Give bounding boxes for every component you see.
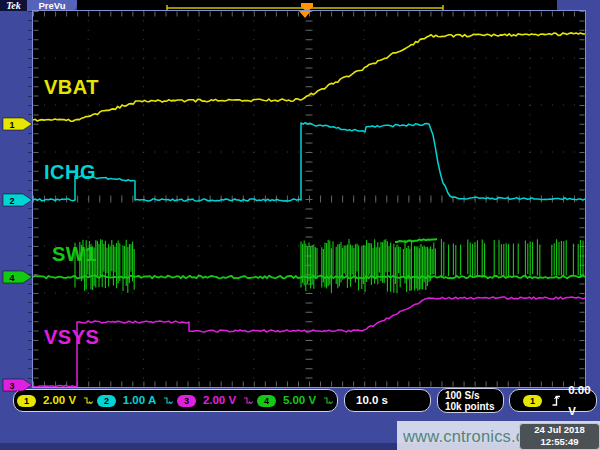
- channel-1-readout: 12.00 V: [17, 390, 97, 411]
- sample-rate: 100 S/s: [445, 390, 503, 401]
- coupling-icon: [243, 395, 254, 407]
- channel-3-badge: 3: [177, 395, 196, 407]
- trigger-slope-icon: [551, 394, 560, 407]
- trigger-source-badge: 1: [523, 395, 542, 407]
- tek-logo: Tek: [0, 0, 27, 11]
- trigger-readout: 1 0.00 V: [509, 389, 597, 412]
- channel-scale-panel: 12.00 V21.00 A32.00 V45.00 V: [13, 389, 338, 412]
- coupling-icon: [83, 395, 94, 407]
- record-length: 10k points: [445, 401, 503, 412]
- scope-header: Tek PreVu: [0, 0, 600, 11]
- channel-1-badge: 1: [17, 395, 36, 407]
- svg-text:4: 4: [9, 273, 14, 283]
- waveform-canvas: [33, 11, 585, 387]
- trigger-position-icon: [299, 11, 311, 18]
- channel-label-sw1: SW1: [52, 244, 97, 264]
- channel-3-scale: 2.00 V: [196, 390, 243, 411]
- graticule: VBATICHGVSYSSW1: [33, 11, 585, 387]
- channel-2-badge: 2: [97, 395, 116, 407]
- svg-text:3: 3: [9, 381, 14, 391]
- time-text: 12:55:49: [520, 436, 599, 448]
- timebase-readout: 10.0 s: [344, 389, 431, 412]
- channel-4-readout: 45.00 V: [257, 390, 337, 411]
- acquisition-mode-tab: PreVu: [27, 0, 77, 11]
- channel-1-scale: 2.00 V: [36, 390, 83, 411]
- channel-3-position-marker: 3: [2, 378, 33, 392]
- oscilloscope-display: Tek PreVu VBATICHGVSYSSW1 12.00 V21.00 A…: [0, 0, 600, 450]
- channel-4-badge: 4: [257, 395, 276, 407]
- coupling-icon: [163, 395, 174, 407]
- trace-vsys: [33, 297, 585, 387]
- channel-1-position-marker: 1: [2, 117, 33, 131]
- channel-2-scale: 1.00 A: [116, 390, 163, 411]
- channel-label-vbat: VBAT: [44, 77, 99, 97]
- channel-2-readout: 21.00 A: [97, 390, 177, 411]
- datetime-badge: 24 Jul 2018 12:55:49: [519, 423, 600, 450]
- channel-label-vsys: VSYS: [44, 327, 99, 347]
- channel-2-position-marker: 2: [2, 193, 33, 207]
- trace-sw1-top-envelope: [395, 239, 437, 242]
- channel-label-ichg: ICHG: [44, 162, 96, 182]
- channel-4-position-marker: 4: [2, 270, 33, 284]
- channel-4-scale: 5.00 V: [276, 390, 323, 411]
- trigger-level: 0.00 V: [568, 380, 596, 422]
- date-text: 24 Jul 2018: [520, 424, 599, 436]
- record-view-bar: [77, 0, 557, 11]
- channel-3-readout: 32.00 V: [177, 390, 257, 411]
- svg-text:1: 1: [9, 120, 14, 130]
- svg-text:2: 2: [9, 196, 14, 206]
- trace-sw1-bursts: [75, 239, 583, 293]
- coupling-icon: [323, 395, 334, 407]
- acquisition-readout: 100 S/s 10k points: [437, 388, 504, 413]
